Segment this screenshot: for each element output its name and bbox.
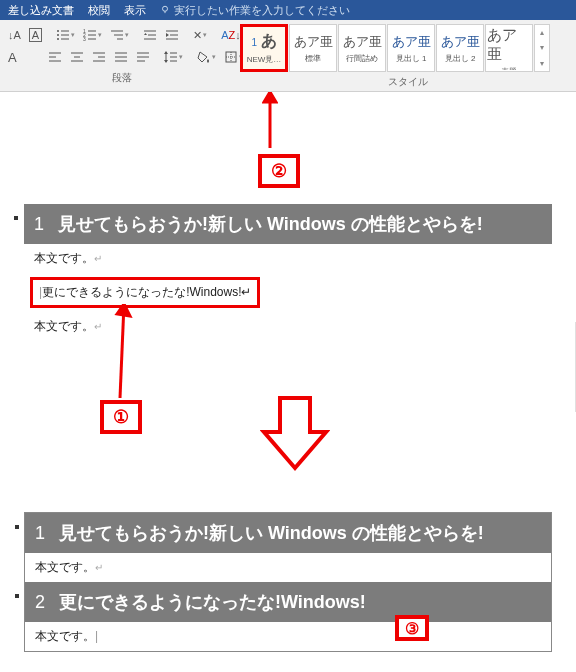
- svg-point-2: [57, 30, 59, 32]
- align-right-button[interactable]: [88, 47, 110, 67]
- style-new-heading[interactable]: 1 あ NEW見…: [240, 24, 288, 72]
- style-title[interactable]: あア亜表題: [485, 24, 533, 72]
- svg-text:3: 3: [83, 36, 86, 42]
- multilevel-list-button[interactable]: ▾: [106, 25, 133, 45]
- document-canvas: ② 1 見せてもらおうか!新しい Windows の性能とやらを! 本文です。↵…: [0, 92, 576, 672]
- svg-marker-22: [166, 33, 169, 37]
- doc2-body1[interactable]: 本文です。↵: [25, 553, 551, 582]
- style-heading1[interactable]: あア亜見出し 1: [387, 24, 435, 72]
- text-box-button[interactable]: A: [25, 25, 46, 45]
- bullets-button[interactable]: ▾: [52, 25, 79, 45]
- svg-point-6: [57, 38, 59, 40]
- align-justify-button[interactable]: [110, 47, 132, 67]
- tell-me-search[interactable]: 実行したい作業を入力してください: [160, 3, 350, 18]
- tab-bar: 差し込み文書 校閲 表示 実行したい作業を入力してください: [0, 0, 576, 20]
- doc1-heading1[interactable]: 1 見せてもらおうか!新しい Windows の性能とやらを!: [24, 204, 552, 244]
- doc1-body2[interactable]: 本文です。↵: [24, 312, 552, 341]
- tab-mailings[interactable]: 差し込み文書: [8, 3, 74, 18]
- svg-point-4: [57, 34, 59, 36]
- shading-button[interactable]: ▾: [193, 47, 220, 67]
- doc2-heading2[interactable]: 2 更にできるようになったな!Windows!: [25, 582, 551, 622]
- styles-more-button[interactable]: ▴▾▾: [534, 24, 550, 72]
- ruby-button[interactable]: A: [4, 47, 21, 67]
- asian-layout-button[interactable]: ✕▾: [189, 25, 211, 45]
- align-left-button[interactable]: [44, 47, 66, 67]
- callout-2: ②: [258, 154, 300, 188]
- doc1-body1[interactable]: 本文です。↵: [24, 244, 552, 273]
- align-center-button[interactable]: [66, 47, 88, 67]
- paragraph-group: ↓A A ▾ 123▾ ▾ ✕▾ AZ↓ ✦ A ▾ ▾: [0, 24, 240, 91]
- doc1-selected-line[interactable]: |更にできるようになったな!Windows!↵: [30, 277, 260, 308]
- styles-group-label: スタイル: [240, 75, 576, 89]
- svg-point-0: [163, 6, 168, 11]
- decrease-indent-button[interactable]: [139, 25, 161, 45]
- arrow-2-icon: [262, 92, 278, 154]
- arrow-1-icon: [110, 304, 140, 404]
- paragraph-group-label: 段落: [4, 71, 240, 85]
- style-no-spacing[interactable]: あア亜行間詰め: [338, 24, 386, 72]
- svg-line-51: [120, 304, 124, 398]
- down-arrow-icon: [260, 394, 330, 474]
- tab-view[interactable]: 表示: [124, 3, 146, 18]
- svg-marker-50: [264, 92, 276, 102]
- style-normal[interactable]: あア亜標準: [289, 24, 337, 72]
- svg-marker-52: [117, 304, 130, 316]
- increase-indent-button[interactable]: [161, 25, 183, 45]
- document-after: 1 見せてもらおうか!新しい Windows の性能とやらを! 本文です。↵ 2…: [24, 512, 552, 652]
- svg-marker-41: [164, 51, 168, 54]
- doc2-heading1[interactable]: 1 見せてもらおうか!新しい Windows の性能とやらを!: [25, 513, 551, 553]
- tab-review[interactable]: 校閲: [88, 3, 110, 18]
- ribbon: ↓A A ▾ 123▾ ▾ ✕▾ AZ↓ ✦ A ▾ ▾: [0, 20, 576, 92]
- line-spacing-button[interactable]: ▾: [160, 47, 187, 67]
- numbering-button[interactable]: 123▾: [79, 25, 106, 45]
- document-before: 1 見せてもらおうか!新しい Windows の性能とやらを! 本文です。↵ |…: [24, 204, 552, 341]
- styles-group: 1 あ NEW見… あア亜標準 あア亜行間詰め あア亜見出し 1 あア亜見出し …: [240, 24, 576, 91]
- svg-marker-18: [144, 33, 147, 35]
- svg-marker-42: [164, 60, 168, 63]
- style-heading2[interactable]: あア亜見出し 2: [436, 24, 484, 72]
- distribute-button[interactable]: [132, 47, 154, 67]
- callout-1: ①: [100, 400, 142, 434]
- lightbulb-icon: [160, 5, 170, 15]
- doc2-body2[interactable]: 本文です。|: [25, 622, 551, 651]
- callout-3: ③: [395, 615, 429, 641]
- text-direction-button[interactable]: ↓A: [4, 25, 25, 45]
